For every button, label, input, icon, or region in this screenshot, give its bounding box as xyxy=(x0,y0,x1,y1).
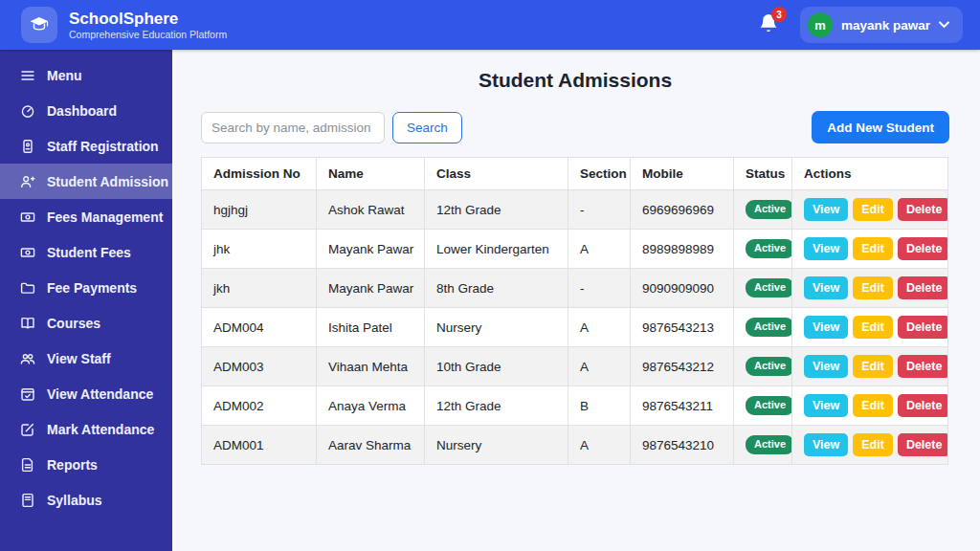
cell-class: 12th Grade xyxy=(425,190,568,230)
cell-status: Active xyxy=(734,269,792,308)
cell-status: Active xyxy=(734,347,792,386)
edit-button[interactable]: Edit xyxy=(853,433,893,456)
delete-button[interactable]: Delete xyxy=(898,198,948,221)
cell-status: Active xyxy=(734,386,792,426)
view-button[interactable]: View xyxy=(804,316,848,339)
people-icon xyxy=(19,350,35,366)
cell-actions: ViewEditDelete xyxy=(792,347,948,386)
view-button[interactable]: View xyxy=(804,394,848,417)
cell-mobile: 9876543212 xyxy=(631,347,734,386)
sidebar-item-reports[interactable]: Reports xyxy=(0,447,172,482)
cell-admission-no: jhk xyxy=(202,230,317,269)
sidebar-item-fees-management[interactable]: Fees Management xyxy=(0,199,172,234)
delete-button[interactable]: Delete xyxy=(898,316,948,339)
sidebar-item-label: View Attendance xyxy=(47,386,153,402)
main-content: Student Admissions Search Add New Studen… xyxy=(172,50,980,551)
cell-name: Mayank Pawar xyxy=(317,269,425,308)
graduation-cap-icon xyxy=(21,7,57,43)
sidebar-item-fee-payments[interactable]: Fee Payments xyxy=(0,270,172,305)
view-button[interactable]: View xyxy=(804,355,848,378)
notifications-button[interactable]: 3 xyxy=(758,12,783,37)
user-menu[interactable]: m mayank pawar xyxy=(800,7,963,43)
cash-icon xyxy=(19,244,35,260)
cell-section: A xyxy=(568,230,631,269)
cell-admission-no: ADM003 xyxy=(202,347,317,386)
book-open-icon xyxy=(19,315,35,331)
sidebar-item-syllabus[interactable]: Syllabus xyxy=(0,482,172,518)
edit-button[interactable]: Edit xyxy=(853,394,893,417)
cell-mobile: 9090909090 xyxy=(631,269,734,308)
sidebar-item-label: Syllabus xyxy=(47,493,102,508)
sidebar-item-student-fees[interactable]: Student Fees xyxy=(0,234,172,270)
search-input[interactable] xyxy=(201,112,385,143)
toolbar: Search Add New Student xyxy=(201,111,949,143)
edit-button[interactable]: Edit xyxy=(853,237,893,260)
search-button[interactable]: Search xyxy=(392,112,462,143)
sidebar-item-label: Student Admission xyxy=(47,174,168,189)
sidebar-item-label: Mark Attendance xyxy=(47,422,154,437)
cell-section: - xyxy=(568,269,631,308)
cell-class: Nursery xyxy=(425,426,568,465)
column-header-section: Section xyxy=(568,158,631,190)
table-row: hgjhgjAshok Rawat12th Grade-6969696969Ac… xyxy=(202,190,948,230)
delete-button[interactable]: Delete xyxy=(898,355,948,378)
cell-name: Mayank Pawar xyxy=(317,230,425,269)
cell-class: Lower Kindergarten xyxy=(425,230,568,269)
edit-button[interactable]: Edit xyxy=(853,355,893,378)
calendar-check-icon xyxy=(19,386,35,402)
cell-actions: ViewEditDelete xyxy=(792,190,948,230)
sidebar-item-student-admission[interactable]: Student Admission xyxy=(0,164,172,199)
delete-button[interactable]: Delete xyxy=(898,237,948,260)
app-title: SchoolSphere xyxy=(69,10,227,29)
cell-admission-no: ADM002 xyxy=(202,386,317,426)
sidebar-item-label: Menu xyxy=(47,68,82,83)
table-row: ADM004Ishita PatelNurseryA9876543213Acti… xyxy=(202,308,948,347)
edit-button[interactable]: Edit xyxy=(853,316,893,339)
sidebar-item-mark-attendance[interactable]: Mark Attendance xyxy=(0,411,172,447)
status-badge: Active xyxy=(746,318,792,336)
sidebar-item-view-attendance[interactable]: View Attendance xyxy=(0,376,172,411)
avatar: m xyxy=(808,12,833,37)
sidebar-item-menu[interactable]: Menu xyxy=(0,57,172,93)
sidebar-nav: MenuDashboardStaff RegistrationStudent A… xyxy=(0,50,172,551)
cell-class: Nursery xyxy=(425,308,568,347)
delete-button[interactable]: Delete xyxy=(898,433,948,456)
delete-button[interactable]: Delete xyxy=(898,276,948,299)
view-button[interactable]: View xyxy=(804,433,848,456)
column-header-status: Status xyxy=(734,158,792,190)
app-header: SchoolSphere Comprehensive Education Pla… xyxy=(0,0,980,50)
sidebar-item-view-staff[interactable]: View Staff xyxy=(0,341,172,376)
status-badge: Active xyxy=(746,396,792,414)
view-button[interactable]: View xyxy=(804,237,848,260)
cell-admission-no: ADM004 xyxy=(202,308,317,347)
table-row: jhkMayank PawarLower KindergartenA898989… xyxy=(202,230,948,269)
sidebar-item-label: Courses xyxy=(47,316,100,331)
sidebar-item-courses[interactable]: Courses xyxy=(0,305,172,341)
edit-button[interactable]: Edit xyxy=(853,276,893,299)
delete-button[interactable]: Delete xyxy=(898,394,948,417)
brand-text: SchoolSphere Comprehensive Education Pla… xyxy=(69,10,227,40)
sidebar-item-label: Dashboard xyxy=(47,103,117,119)
add-new-student-button[interactable]: Add New Student xyxy=(812,111,949,143)
table-row: jkhMayank Pawar8th Grade-9090909090Activ… xyxy=(202,269,948,308)
cell-actions: ViewEditDelete xyxy=(792,230,948,269)
user-name: mayank pawar xyxy=(841,18,930,33)
id-card-icon xyxy=(19,138,35,154)
table-row: ADM001Aarav SharmaNurseryA9876543210Acti… xyxy=(202,426,948,465)
cell-section: A xyxy=(568,308,631,347)
sidebar-item-staff-registration[interactable]: Staff Registration xyxy=(0,128,172,164)
cell-mobile: 9876543213 xyxy=(631,308,734,347)
book-icon xyxy=(19,492,35,508)
status-badge: Active xyxy=(746,200,792,218)
status-badge: Active xyxy=(746,239,792,257)
sidebar-item-dashboard[interactable]: Dashboard xyxy=(0,93,172,128)
file-text-icon xyxy=(19,456,35,473)
column-header-class: Class xyxy=(425,158,568,190)
view-button[interactable]: View xyxy=(804,198,848,221)
cell-section: A xyxy=(568,347,631,386)
cell-admission-no: hgjhgj xyxy=(202,190,317,230)
cell-name: Ashok Rawat xyxy=(317,190,425,230)
view-button[interactable]: View xyxy=(804,276,848,299)
edit-button[interactable]: Edit xyxy=(853,198,893,221)
cell-section: - xyxy=(568,190,631,230)
